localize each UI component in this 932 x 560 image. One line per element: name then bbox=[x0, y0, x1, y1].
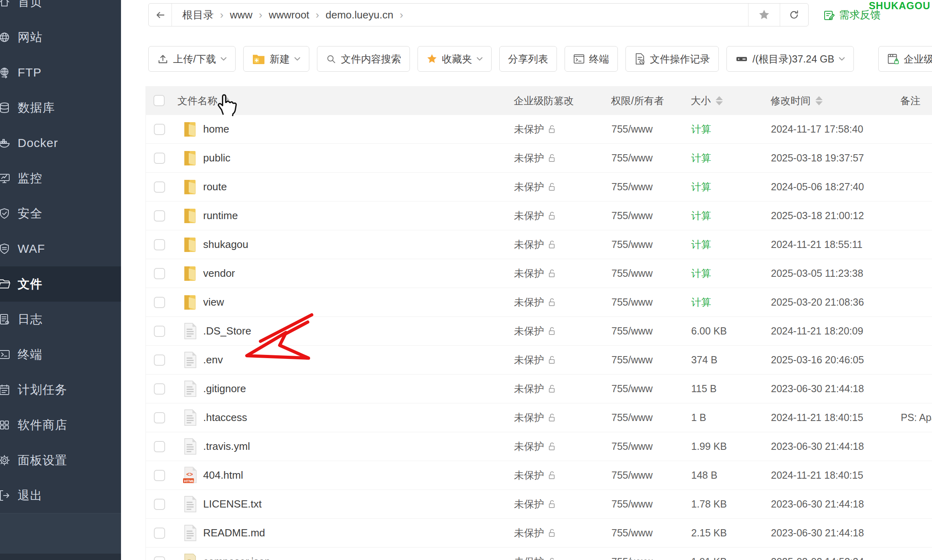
favorites-button[interactable]: 收藏夹 bbox=[418, 46, 492, 72]
file-name[interactable]: README.md bbox=[203, 527, 265, 539]
file-name[interactable]: .travis.yml bbox=[203, 440, 250, 453]
sidebar-item-logs[interactable]: 日志 bbox=[0, 302, 121, 337]
file-op-log-button[interactable]: 文件操作记录 bbox=[625, 46, 719, 72]
row-checkbox[interactable] bbox=[154, 124, 165, 135]
row-checkbox[interactable] bbox=[154, 239, 165, 250]
sidebar-item-docker[interactable]: Docker bbox=[0, 125, 121, 161]
table-row[interactable]: home 未保护 755/www 计算 2024-11-17 17:58:40 bbox=[146, 115, 932, 144]
back-button[interactable] bbox=[149, 4, 172, 26]
size-value[interactable]: 计算 bbox=[691, 296, 711, 308]
table-row[interactable]: .gitignore 未保护 755/www 115 B 2023-06-30 … bbox=[146, 375, 932, 403]
table-row[interactable]: route 未保护 755/www 计算 2024-05-06 18:27:40 bbox=[146, 173, 932, 201]
sidebar-item-website[interactable]: 网站 bbox=[0, 20, 121, 55]
sort-arrows-icon[interactable] bbox=[815, 96, 823, 105]
row-checkbox[interactable] bbox=[154, 355, 165, 366]
sidebar-item-ftp[interactable]: FTP bbox=[0, 55, 121, 90]
row-checkbox[interactable] bbox=[154, 556, 165, 560]
breadcrumb-item-wwwroot[interactable]: wwwroot bbox=[269, 9, 326, 21]
table-row[interactable]: view 未保护 755/www 计算 2025-03-20 21:08:36 bbox=[146, 288, 932, 317]
column-header-mtime[interactable]: 修改时间 bbox=[771, 94, 900, 107]
file-name[interactable]: 404.html bbox=[203, 469, 243, 481]
size-value[interactable]: 计算 bbox=[691, 152, 711, 163]
row-checkbox[interactable] bbox=[154, 528, 165, 539]
sort-arrows-icon[interactable] bbox=[222, 96, 230, 105]
file-name[interactable]: public bbox=[203, 152, 230, 164]
breadcrumb-item-www[interactable]: www bbox=[230, 9, 269, 21]
row-checkbox[interactable] bbox=[154, 181, 165, 193]
sidebar-item-waf[interactable]: WAF bbox=[0, 231, 121, 266]
content-search-button[interactable]: 文件内容搜索 bbox=[317, 46, 410, 72]
sidebar-item-appstore[interactable]: 软件商店 bbox=[0, 407, 121, 443]
tamper-proof-button[interactable]: 企业级防篡改 bbox=[878, 46, 932, 72]
row-checkbox[interactable] bbox=[154, 412, 165, 423]
unlocked-icon bbox=[547, 240, 557, 250]
file-name[interactable]: composer.json bbox=[203, 556, 270, 560]
row-checkbox[interactable] bbox=[154, 470, 165, 481]
size-value[interactable]: 计算 bbox=[691, 181, 711, 192]
refresh-button[interactable] bbox=[780, 4, 808, 26]
column-header-size[interactable]: 大小 bbox=[691, 94, 771, 107]
upload-download-button[interactable]: 上传/下载 bbox=[148, 46, 236, 72]
terminal-button[interactable]: 终端 bbox=[565, 46, 618, 72]
size-value[interactable]: 计算 bbox=[691, 210, 711, 221]
table-row[interactable]: .travis.yml 未保护 755/www 1.99 KB 2023-06-… bbox=[146, 432, 932, 461]
breadcrumb-item-site[interactable]: demo.lueyu.cn bbox=[326, 9, 410, 21]
tamper-status-cell: 未保护 bbox=[514, 498, 611, 511]
sidebar-item-files[interactable]: 文件 bbox=[0, 266, 121, 302]
table-row[interactable]: README.md 未保护 755/www 2.15 KB 2023-06-30… bbox=[146, 519, 932, 548]
table-row[interactable]: {} composer.json 未保护 755/www 1.91 KB 202… bbox=[146, 548, 932, 560]
sidebar-item-security[interactable]: 安全 bbox=[0, 196, 121, 231]
file-name[interactable]: home bbox=[203, 123, 229, 135]
sort-arrows-icon[interactable] bbox=[716, 96, 723, 105]
file-name[interactable]: runtime bbox=[203, 209, 238, 222]
size-value[interactable]: 计算 bbox=[691, 123, 711, 135]
row-checkbox[interactable] bbox=[154, 268, 165, 279]
sidebar-item-monitor[interactable]: 监控 bbox=[0, 161, 121, 196]
file-name[interactable]: .htaccess bbox=[203, 411, 247, 424]
perm-owner-cell: 755/www bbox=[611, 354, 691, 366]
favorite-button[interactable] bbox=[748, 4, 780, 26]
table-row[interactable]: public 未保护 755/www 计算 2025-03-18 19:37:5… bbox=[146, 144, 932, 173]
sidebar-item-home[interactable]: 首页 bbox=[0, 0, 121, 20]
row-checkbox[interactable] bbox=[154, 297, 165, 308]
size-cell: 6.00 KB bbox=[691, 325, 771, 337]
sidebar-item-database[interactable]: 数据库 bbox=[0, 90, 121, 125]
table-row[interactable]: <>HTML 404.html 未保护 755/www 148 B 2024-1… bbox=[146, 461, 932, 490]
sidebar-item-terminal[interactable]: 终端 bbox=[0, 337, 121, 372]
row-checkbox[interactable] bbox=[154, 383, 165, 395]
sidebar-item-label: 计划任务 bbox=[18, 382, 67, 398]
file-name[interactable]: vendor bbox=[203, 267, 235, 280]
table-row[interactable]: .env 未保护 755/www 374 B 2025-03-16 20:46:… bbox=[146, 346, 932, 375]
table-row[interactable]: .DS_Store 未保护 755/www 6.00 KB 2024-11-21… bbox=[146, 317, 932, 346]
file-name[interactable]: LICENSE.txt bbox=[203, 498, 262, 510]
unlocked-icon bbox=[547, 499, 557, 509]
table-row[interactable]: runtime 未保护 755/www 计算 2025-03-18 21:00:… bbox=[146, 201, 932, 230]
row-checkbox[interactable] bbox=[154, 441, 165, 452]
row-checkbox[interactable] bbox=[154, 499, 165, 510]
share-list-button[interactable]: 分享列表 bbox=[499, 46, 557, 72]
table-row[interactable]: LICENSE.txt 未保护 755/www 1.78 KB 2023-06-… bbox=[146, 490, 932, 519]
disk-selector-button[interactable]: /(根目录)37.24 GB bbox=[726, 46, 854, 72]
size-value[interactable]: 计算 bbox=[691, 239, 711, 250]
table-row[interactable]: .htaccess 未保护 755/www 1 B 2024-11-21 18:… bbox=[146, 403, 932, 432]
file-name[interactable]: .gitignore bbox=[203, 383, 246, 395]
table-row[interactable]: vendor 未保护 755/www 计算 2025-03-05 11:23:3… bbox=[146, 259, 932, 288]
file-name[interactable]: shukagou bbox=[203, 238, 248, 251]
size-cell: 1.78 KB bbox=[691, 498, 771, 510]
new-button[interactable]: 新建 bbox=[243, 46, 309, 72]
size-value[interactable]: 计算 bbox=[691, 268, 711, 279]
column-header-name[interactable]: 文件名称 bbox=[176, 94, 514, 107]
file-name[interactable]: .DS_Store bbox=[203, 325, 251, 337]
table-row[interactable]: shukagou 未保护 755/www 计算 2024-11-21 18:55… bbox=[146, 230, 932, 259]
file-name[interactable]: view bbox=[203, 296, 224, 308]
sidebar-item-cron[interactable]: 计划任务 bbox=[0, 372, 121, 407]
breadcrumb-item-root[interactable]: 根目录 bbox=[182, 8, 230, 22]
sidebar-item-logout[interactable]: 退出 bbox=[0, 478, 121, 513]
sidebar-item-panel-settings[interactable]: 面板设置 bbox=[0, 443, 121, 478]
row-checkbox[interactable] bbox=[154, 210, 165, 222]
row-checkbox[interactable] bbox=[154, 326, 165, 337]
select-all-checkbox[interactable] bbox=[153, 95, 165, 106]
file-name[interactable]: route bbox=[203, 181, 227, 193]
row-checkbox[interactable] bbox=[154, 153, 165, 164]
file-name[interactable]: .env bbox=[203, 354, 223, 366]
